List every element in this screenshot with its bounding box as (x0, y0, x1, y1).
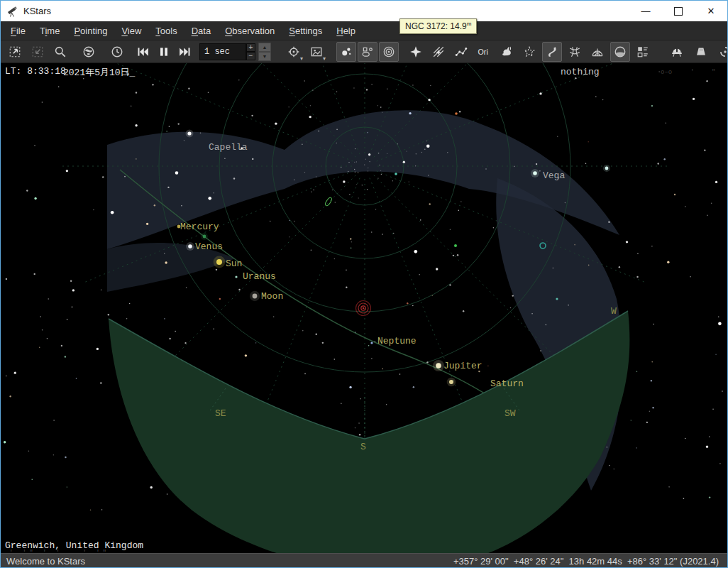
toggle-constellation-bounds-button[interactable] (519, 42, 539, 62)
sky-label-saturn[interactable]: Saturn (490, 378, 524, 389)
menu-tools[interactable]: Tools (148, 23, 184, 38)
pointing-target-button[interactable]: ▾ (284, 42, 304, 62)
timestep-input[interactable]: 1 sec (199, 43, 246, 60)
sky-label-sun[interactable]: Sun (226, 258, 242, 269)
background-star (42, 329, 43, 331)
background-star (409, 112, 411, 114)
step-backward-button[interactable] (133, 42, 153, 62)
toggle-stars-button[interactable] (336, 42, 356, 62)
menu-settings[interactable]: Settings (282, 23, 329, 38)
background-star (406, 151, 407, 151)
toggle-constellation-names-button[interactable]: Ori (474, 42, 494, 62)
menu-help[interactable]: Help (329, 23, 363, 38)
toggle-info-boxes-button[interactable] (633, 42, 653, 62)
pause-button[interactable] (154, 42, 174, 62)
zoom-to-selection-button[interactable] (5, 42, 25, 62)
telescope-control-button[interactable] (691, 42, 711, 62)
sky-label-jupiter[interactable]: Jupiter (443, 361, 482, 371)
background-star (9, 395, 11, 397)
background-star (311, 249, 312, 251)
const-names-icon: Ori (478, 45, 490, 58)
menu-view[interactable]: View (114, 23, 148, 38)
hips-overlay-button[interactable] (715, 42, 728, 62)
sky-label-sw[interactable]: SW (504, 408, 516, 419)
background-star (722, 390, 723, 392)
toggle-constellation-art-button[interactable] (497, 42, 517, 62)
sky-label-w[interactable]: W (611, 306, 617, 317)
toggle-solar-system-button[interactable] (379, 42, 399, 62)
time-infobox-lt[interactable]: LT: 8:33:18 (5, 66, 66, 77)
globe-icon (82, 45, 95, 58)
background-star (346, 286, 347, 288)
background-star (685, 438, 686, 439)
solar-icon (382, 45, 395, 58)
toggle-equatorial-grid-button[interactable] (565, 42, 585, 62)
toggle-horizontal-grid-button[interactable] (588, 42, 607, 62)
background-star (706, 446, 708, 448)
menu-data[interactable]: Data (184, 23, 218, 38)
sky-map[interactable]: LT: 8:33:18 2021年5月10日_ nothing o–o ' " … (1, 63, 727, 553)
satellites-icon (432, 45, 445, 58)
background-star (371, 84, 372, 84)
sky-label-capella[interactable]: Capella (209, 142, 248, 153)
set-time-button[interactable] (107, 42, 127, 62)
menu-observation[interactable]: Observation (218, 23, 282, 38)
background-star (216, 269, 217, 271)
focus-infobox[interactable]: nothing (561, 67, 600, 77)
background-star (164, 318, 165, 320)
background-star (449, 284, 451, 285)
background-star (355, 427, 356, 429)
background-star (313, 190, 314, 190)
background-star (539, 92, 541, 94)
toggle-satellites-button[interactable] (429, 42, 448, 62)
menu-file[interactable]: File (4, 23, 33, 38)
minimize-button[interactable]: — (629, 1, 662, 21)
sky-label-neptune[interactable]: Neptune (377, 336, 417, 346)
menu-time[interactable]: Time (33, 23, 67, 38)
sky-label-venus[interactable]: Venus (195, 241, 223, 252)
sky-label-uranus[interactable]: Uranus (243, 271, 276, 282)
background-star (531, 313, 533, 315)
sky-label-moon[interactable]: Moon (261, 291, 283, 302)
toggle-supernovae-button[interactable] (406, 42, 426, 62)
toggle-constellation-lines-button[interactable] (451, 42, 471, 62)
background-star (150, 486, 153, 488)
timestep-up-button[interactable]: ▲ (258, 43, 271, 52)
timestep-minus-button[interactable]: − (246, 52, 255, 60)
background-star (101, 509, 103, 510)
toggle-deep-sky-button[interactable] (358, 42, 377, 62)
background-star (420, 219, 421, 221)
toggle-ground-button[interactable] (610, 42, 630, 62)
background-star (653, 324, 654, 325)
background-star (351, 248, 352, 249)
timestep-plus-button[interactable]: + (246, 43, 255, 52)
toggle-milky-way-button[interactable] (542, 42, 562, 62)
dso-icon (361, 45, 374, 58)
timestep-down-button[interactable]: ▼ (258, 52, 271, 61)
find-object-button[interactable] (50, 42, 70, 62)
background-star (493, 227, 495, 229)
background-star (368, 345, 370, 346)
background-star (33, 273, 35, 275)
background-star (369, 161, 370, 163)
sky-label-se[interactable]: SE (215, 408, 226, 419)
menu-pointing[interactable]: Pointing (67, 23, 114, 38)
background-star (683, 498, 685, 499)
background-star (514, 166, 515, 168)
sky-label-mercury[interactable]: Mercury (180, 222, 219, 232)
pause-icon (158, 45, 170, 58)
geolocation-button[interactable] (79, 42, 99, 62)
sky-image-button[interactable]: ▾ (307, 42, 326, 62)
background-star (177, 123, 179, 124)
sky-label-s[interactable]: S (360, 442, 366, 452)
background-star (67, 319, 68, 320)
background-star (609, 465, 610, 466)
close-button[interactable]: ✕ (695, 1, 727, 21)
background-star (358, 422, 360, 424)
dome-control-button[interactable] (667, 42, 687, 62)
background-star (403, 161, 405, 163)
maximize-button[interactable] (662, 1, 695, 21)
time-infobox-date[interactable]: 2021年5月10日_ (63, 66, 135, 79)
sky-label-vega[interactable]: Vega (543, 170, 565, 181)
step-forward-button[interactable] (175, 42, 195, 62)
